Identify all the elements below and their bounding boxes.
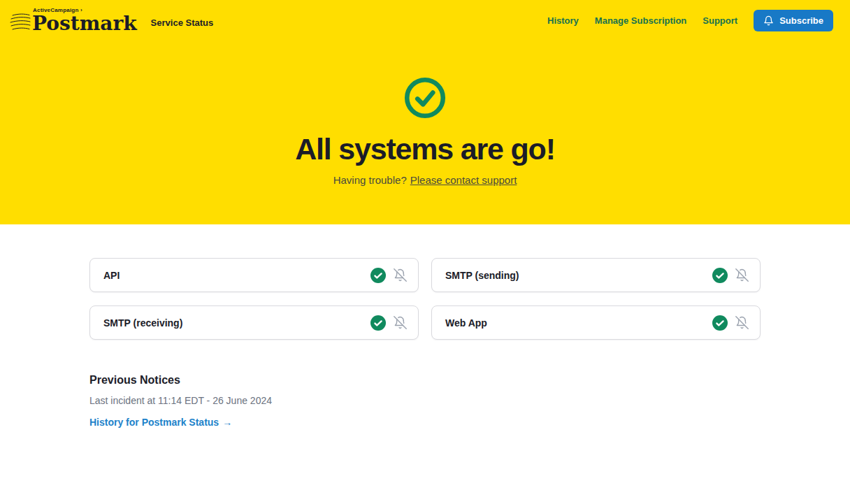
logo-text: ActiveCampaign › Postmark [32,7,137,34]
bell-off-icon[interactable] [394,316,407,329]
service-card-smtp-sending: SMTP (sending) [431,258,761,292]
hero-banner: ActiveCampaign › Postmark Service Status… [0,0,850,224]
bell-off-icon[interactable] [735,316,749,329]
service-cards: API SMTP (sending) [89,258,761,340]
history-link-label: History for Postmark Status [89,417,219,428]
bell-off-icon[interactable] [394,268,407,282]
subscribe-button-label: Subscribe [779,15,823,26]
status-headline: All systems are go! [0,132,850,166]
postmark-logo-link[interactable]: ActiveCampaign › Postmark [10,7,137,34]
nav-link-support[interactable]: Support [703,15,737,26]
previous-notices-heading: Previous Notices [89,374,761,387]
header-nav: History Manage Subscription Support Subs… [547,10,833,31]
bell-icon [763,15,774,26]
check-circle-icon [712,268,728,283]
brand: ActiveCampaign › Postmark Service Status [10,7,213,34]
service-name: Web App [445,317,712,329]
status-subtext: Having trouble?Please contact support [0,174,850,186]
postmark-wordmark: Postmark [32,13,137,34]
bell-off-icon[interactable] [735,268,749,282]
previous-notices-section: Previous Notices Last incident at 11:14 … [89,374,761,429]
subscribe-button[interactable]: Subscribe [754,10,833,31]
service-card-smtp-receiving: SMTP (receiving) [89,305,419,340]
history-link[interactable]: History for Postmark Status → [89,417,232,428]
postmark-waves-icon [10,13,31,31]
page: ActiveCampaign › Postmark Service Status… [0,0,850,429]
contact-support-link[interactable]: Please contact support [410,174,517,186]
top-bar: ActiveCampaign › Postmark Service Status… [0,0,850,34]
check-circle-icon [370,268,386,283]
service-card-web-app: Web App [431,305,761,340]
arrow-right-icon: → [222,417,232,428]
status-subtext-prefix: Having trouble? [333,174,407,186]
hero-status: All systems are go! Having trouble?Pleas… [0,34,850,186]
nav-link-history[interactable]: History [547,15,579,26]
check-circle-icon [370,315,386,331]
last-incident-text: Last incident at 11:14 EDT - 26 June 202… [89,395,761,406]
check-circle-icon [712,315,728,331]
service-name: SMTP (sending) [445,270,712,281]
service-status-label: Service Status [151,13,214,28]
nav-link-manage-subscription[interactable]: Manage Subscription [595,15,686,26]
check-circle-outline-icon [404,77,446,119]
service-card-api: API [89,258,419,292]
main-content: API SMTP (sending) [89,258,761,429]
service-name: API [103,270,370,281]
service-name: SMTP (receiving) [103,317,370,329]
